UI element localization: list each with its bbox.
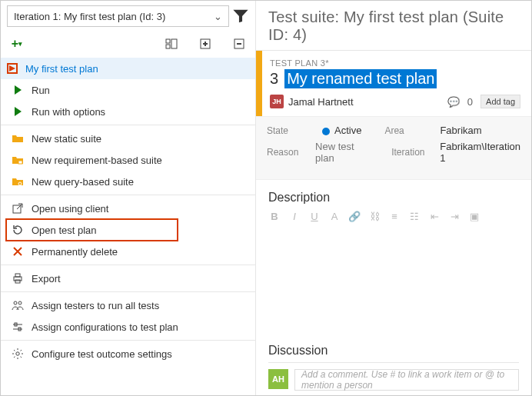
bullet-list-icon[interactable]: ≡ bbox=[388, 211, 401, 222]
filter-icon[interactable] bbox=[232, 8, 249, 25]
menu-label: Run with options bbox=[32, 106, 105, 118]
play-icon bbox=[12, 105, 24, 118]
iteration-select-label: Iteration 1: My first test plan (Id: 3) bbox=[14, 11, 165, 22]
chevron-down-icon: ⌄ bbox=[214, 11, 222, 22]
menu-open-plan[interactable]: Open test plan bbox=[1, 219, 255, 241]
folder-query-icon bbox=[12, 175, 24, 188]
svg-point-16 bbox=[18, 301, 22, 304]
suite-header: Test suite: My first test plan (Suite ID… bbox=[256, 1, 531, 50]
tree-item-label: My first test plan bbox=[25, 63, 98, 75]
collapse-icon[interactable] bbox=[231, 35, 248, 52]
work-item-id: 3 bbox=[270, 70, 278, 88]
menu-label: Export bbox=[32, 273, 61, 285]
menu-label: Assign configurations to test plan bbox=[32, 321, 178, 333]
menu-configure-outcome[interactable]: Configure test outcome settings bbox=[1, 343, 255, 364]
svg-rect-8 bbox=[18, 161, 22, 164]
open-external-icon bbox=[12, 202, 24, 215]
svg-rect-0 bbox=[166, 39, 170, 43]
field-label: Reason bbox=[267, 147, 315, 158]
person-name: Jamal Hartnett bbox=[288, 96, 354, 108]
menu-open-client[interactable]: Open using client bbox=[1, 198, 255, 219]
discussion-heading: Discussion bbox=[268, 344, 519, 358]
number-list-icon[interactable]: ☷ bbox=[408, 211, 421, 222]
svg-rect-1 bbox=[166, 45, 170, 48]
comments-icon[interactable]: 💬 bbox=[447, 96, 460, 108]
menu-label: Permanently delete bbox=[32, 246, 118, 258]
svg-rect-13 bbox=[15, 274, 20, 277]
work-item-title-input[interactable]: My renamed test plan bbox=[284, 69, 437, 88]
print-icon bbox=[12, 272, 24, 285]
menu-delete[interactable]: Permanently delete bbox=[1, 241, 255, 262]
left-panel: Iteration 1: My first test plan (Id: 3) … bbox=[1, 1, 256, 395]
field-label: Area bbox=[384, 125, 440, 136]
menu-run[interactable]: Run bbox=[1, 79, 255, 101]
avatar-icon: JH bbox=[270, 95, 284, 108]
underline-icon[interactable]: U bbox=[308, 211, 321, 222]
color-bar bbox=[256, 51, 262, 116]
menu-label: Open test plan bbox=[32, 225, 97, 236]
svg-rect-2 bbox=[171, 39, 177, 48]
font-icon[interactable]: A bbox=[328, 211, 341, 222]
work-item-type: TEST PLAN 3* bbox=[270, 58, 520, 68]
field-label: Iteration bbox=[391, 147, 440, 158]
context-menu: My first test plan Run Run with options … bbox=[1, 58, 255, 395]
people-icon bbox=[12, 299, 24, 311]
menu-export[interactable]: Export bbox=[1, 268, 255, 289]
menu-label: Configure test outcome settings bbox=[32, 348, 172, 360]
menu-new-static[interactable]: New static suite bbox=[1, 128, 255, 149]
config-icon bbox=[12, 321, 24, 333]
add-tag-button[interactable]: Add tag bbox=[480, 95, 520, 108]
rte-toolbar: B I U A 🔗 ⛓ ≡ ☷ ⇤ ⇥ ▣ bbox=[256, 209, 531, 227]
menu-label: Open using client bbox=[32, 203, 108, 215]
menu-label: New static suite bbox=[32, 133, 101, 145]
outdent-icon[interactable]: ⇤ bbox=[428, 211, 441, 222]
menu-new-req[interactable]: New requirement-based suite bbox=[1, 149, 255, 171]
link-icon[interactable]: 🔗 bbox=[348, 211, 361, 222]
play-icon bbox=[12, 84, 24, 96]
comment-input[interactable]: Add a comment. Use # to link a work item… bbox=[294, 369, 519, 391]
menu-assign-testers[interactable]: Assign testers to run all tests bbox=[1, 295, 255, 316]
unlink-icon[interactable]: ⛓ bbox=[368, 211, 381, 222]
fields-area: State Active Area Fabrikam Reason New te… bbox=[256, 116, 531, 180]
image-icon[interactable]: ▣ bbox=[468, 211, 480, 222]
bold-icon[interactable]: B bbox=[268, 211, 281, 222]
menu-label: Assign testers to run all tests bbox=[32, 300, 159, 311]
folder-icon bbox=[12, 132, 24, 145]
state-field[interactable]: Active bbox=[322, 125, 361, 136]
reason-field[interactable]: New test plan bbox=[315, 141, 368, 164]
right-panel: Test suite: My first test plan (Suite ID… bbox=[256, 1, 531, 395]
refresh-icon bbox=[12, 224, 24, 236]
add-button[interactable]: +▾ bbox=[8, 35, 25, 52]
svg-point-19 bbox=[16, 352, 19, 355]
menu-label: New query-based suite bbox=[32, 176, 134, 188]
expand-caret-icon[interactable] bbox=[7, 63, 18, 74]
delete-icon bbox=[12, 245, 24, 258]
menu-assign-configs[interactable]: Assign configurations to test plan bbox=[1, 316, 255, 338]
field-label: State bbox=[267, 125, 322, 136]
menu-label: Run bbox=[32, 85, 50, 96]
italic-icon[interactable]: I bbox=[288, 211, 301, 222]
folder-list-icon bbox=[12, 154, 24, 166]
assigned-to[interactable]: JH Jamal Hartnett bbox=[270, 95, 354, 108]
description-heading: Description bbox=[268, 191, 519, 205]
indent-icon[interactable]: ⇥ bbox=[448, 211, 461, 222]
area-field[interactable]: Fabrikam bbox=[440, 125, 481, 136]
svg-line-10 bbox=[22, 185, 23, 187]
comments-count: 0 bbox=[467, 96, 473, 108]
menu-label: New requirement-based suite bbox=[32, 155, 162, 166]
tree-toolbar: +▾ bbox=[1, 30, 255, 58]
iteration-select[interactable]: Iteration 1: My first test plan (Id: 3) … bbox=[7, 5, 229, 27]
expand-icon[interactable] bbox=[197, 35, 214, 52]
svg-point-15 bbox=[14, 301, 17, 304]
layout-icon[interactable] bbox=[163, 35, 180, 52]
gear-icon bbox=[12, 348, 24, 360]
menu-run-options[interactable]: Run with options bbox=[1, 101, 255, 122]
iteration-field[interactable]: Fabrikam\Iteration 1 bbox=[440, 141, 520, 164]
menu-new-query[interactable]: New query-based suite bbox=[1, 171, 255, 192]
avatar: AH bbox=[268, 369, 288, 389]
tree-item-plan[interactable]: My first test plan bbox=[1, 58, 255, 79]
